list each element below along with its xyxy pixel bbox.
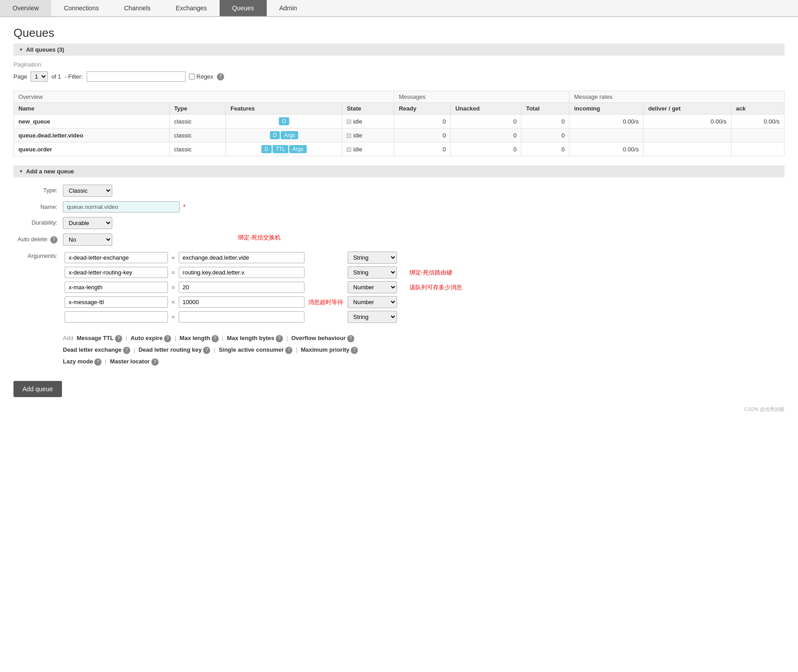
eq-sign: = xyxy=(170,250,177,265)
page-select[interactable]: 1 xyxy=(31,71,48,82)
separator: | xyxy=(103,358,108,365)
arg-key-input[interactable] xyxy=(65,267,168,278)
regex-checkbox[interactable] xyxy=(189,74,195,80)
row-unacked: 0 xyxy=(450,115,521,128)
add-link-dead-letter-exchange[interactable]: Dead letter exchange xyxy=(63,346,122,353)
arguments-row: Arguments: =StringNumberBoolean=StringNu… xyxy=(13,250,785,324)
arg-val-input[interactable] xyxy=(179,267,304,278)
footer-note: CSDN @优秀的眼 xyxy=(13,406,785,413)
help-2[interactable]: ? xyxy=(212,335,219,342)
add-links-line: Lazy mode? | Master locator? xyxy=(63,356,358,367)
tab-channels[interactable]: Channels xyxy=(111,0,163,16)
add-links-line: Add Message TTL? | Auto expire? | Max le… xyxy=(63,332,358,344)
type-select[interactable]: Classic Quorum xyxy=(63,185,112,197)
row-name[interactable]: queue.order xyxy=(14,142,170,156)
row-total: 0 xyxy=(521,115,569,128)
add-link-overflow-behaviour[interactable]: Overflow behaviour xyxy=(291,335,345,341)
col-ready: Ready xyxy=(394,103,451,115)
separator: | xyxy=(124,335,129,341)
arg-type-select[interactable]: StringNumberBoolean xyxy=(348,266,397,279)
tab-overview[interactable]: Overview xyxy=(0,0,51,16)
row-incoming xyxy=(569,128,644,142)
arg-key-cell xyxy=(63,265,170,280)
table-row[interactable]: queue.dead.letter.videoclassicDArgsidle0… xyxy=(14,128,785,142)
help-7[interactable]: ? xyxy=(285,347,292,354)
row-deliver-get: 0.00/s xyxy=(644,115,731,128)
arg-type-select[interactable]: StringNumberBoolean xyxy=(348,252,397,264)
arg-row: =StringNumberBoolean该队列可存多少消息 xyxy=(63,280,464,295)
auto-delete-select[interactable]: No Yes xyxy=(63,234,112,246)
separator: | xyxy=(173,335,178,341)
arg-type-select[interactable]: StringNumberBoolean xyxy=(348,281,397,293)
add-link-single-active-consumer[interactable]: Single active consumer xyxy=(219,346,284,353)
arg-type-cell: StringNumberBoolean xyxy=(345,250,399,265)
durability-select[interactable]: Durable Transient xyxy=(63,217,112,229)
name-input[interactable] xyxy=(63,201,180,212)
row-state: idle xyxy=(342,142,394,156)
add-queue-header[interactable]: ▼ Add a new queue xyxy=(13,165,785,177)
help-8[interactable]: ? xyxy=(351,347,358,354)
add-links-label-empty xyxy=(13,329,63,331)
tab-queues[interactable]: Queues xyxy=(220,0,267,16)
help-0[interactable]: ? xyxy=(115,335,122,342)
help-9[interactable]: ? xyxy=(94,358,101,366)
help-6[interactable]: ? xyxy=(203,347,210,354)
page-title: Queues xyxy=(13,26,785,40)
add-queue-form: Type: Classic Quorum Name: * Durabili xyxy=(13,185,785,367)
page-text: Page xyxy=(13,73,27,80)
help-4[interactable]: ? xyxy=(347,335,354,342)
arg-val-input[interactable] xyxy=(179,311,304,323)
all-queues-header[interactable]: ▼ All queues (3) xyxy=(13,44,785,56)
name-label: Name: xyxy=(13,201,63,210)
tab-exchanges[interactable]: Exchanges xyxy=(163,0,219,16)
add-links-line: Dead letter exchange? | Dead letter rout… xyxy=(63,344,358,356)
annotation-ttl: 消息超时等待 xyxy=(308,299,343,305)
row-name[interactable]: queue.dead.letter.video xyxy=(14,128,170,142)
arg-type-select[interactable]: StringNumberBoolean xyxy=(348,296,397,308)
add-link-maximum-priority[interactable]: Maximum priority xyxy=(301,346,349,353)
add-link-max-length[interactable]: Max length xyxy=(180,335,210,341)
help-10[interactable]: ? xyxy=(151,358,159,366)
add-queue-arrow: ▼ xyxy=(19,169,23,174)
arg-key-input[interactable] xyxy=(65,282,168,293)
auto-delete-row: Auto delete: ? No Yes 绑定-死信交换机 xyxy=(13,234,785,246)
row-ack: 0.00/s xyxy=(731,115,784,128)
help-3[interactable]: ? xyxy=(276,335,283,342)
add-link-dead-letter-routing-key[interactable]: Dead letter routing key xyxy=(138,346,202,353)
arg-val-input[interactable] xyxy=(179,252,304,263)
add-link-message-ttl[interactable]: Message TTL xyxy=(77,335,114,341)
add-link-lazy-mode[interactable]: Lazy mode xyxy=(63,358,93,365)
type-row: Type: Classic Quorum xyxy=(13,185,785,197)
filter-input[interactable] xyxy=(87,71,185,82)
tab-connections[interactable]: Connections xyxy=(51,0,111,16)
row-name[interactable]: new_queue xyxy=(14,115,170,128)
row-unacked: 0 xyxy=(450,142,521,156)
collapse-arrow: ▼ xyxy=(19,47,23,52)
regex-help[interactable]: ? xyxy=(217,73,224,80)
arg-key-input[interactable] xyxy=(65,311,168,323)
table-row[interactable]: queue.orderclassicDTTLArgsidle0000.00/s xyxy=(14,142,785,156)
arg-annotation-cell: 该队列可存多少消息 xyxy=(399,280,464,295)
arg-key-cell xyxy=(63,280,170,295)
add-link-max-length-bytes[interactable]: Max length bytes xyxy=(227,335,274,341)
arg-key-input[interactable] xyxy=(65,252,168,263)
type-control: Classic Quorum xyxy=(63,185,112,197)
auto-delete-help[interactable]: ? xyxy=(50,236,57,243)
arguments-label: Arguments: xyxy=(13,250,63,259)
add-link-master-locator[interactable]: Master locator xyxy=(110,358,150,365)
row-ready: 0 xyxy=(394,115,451,128)
tab-admin[interactable]: Admin xyxy=(267,0,310,16)
table-row[interactable]: new_queueclassicDidle0000.00/s0.00/s0.00… xyxy=(14,115,785,128)
pagination-controls: Page 1 of 1 - Filter: Regex ? xyxy=(13,71,785,82)
add-link-auto-expire[interactable]: Auto expire xyxy=(131,335,163,341)
row-type: classic xyxy=(169,128,226,142)
help-1[interactable]: ? xyxy=(164,335,171,342)
col-features: Features xyxy=(226,103,342,115)
arg-val-input[interactable] xyxy=(179,282,304,293)
arg-type-select[interactable]: StringNumberBoolean xyxy=(348,311,397,323)
arg-key-input[interactable] xyxy=(65,296,168,308)
arg-val-input[interactable] xyxy=(179,296,304,308)
add-queue-button[interactable]: Add queue xyxy=(13,381,62,397)
help-5[interactable]: ? xyxy=(123,347,130,354)
separator: | xyxy=(212,346,217,353)
